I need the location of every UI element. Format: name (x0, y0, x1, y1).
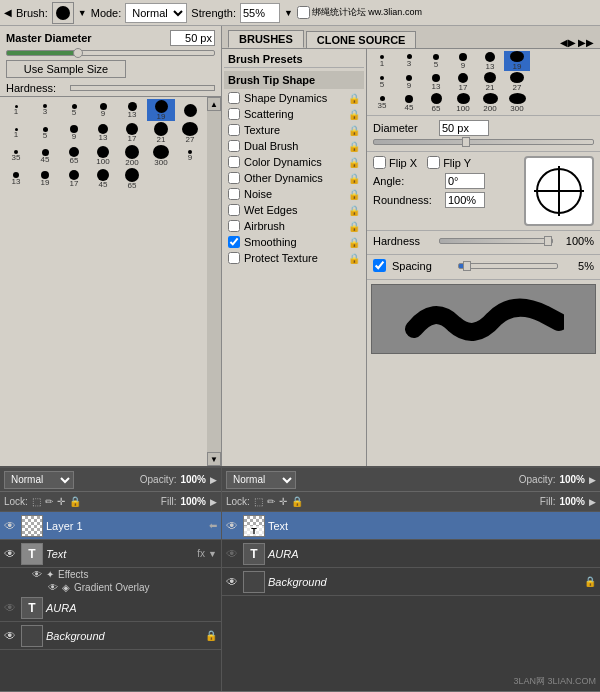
brush-cell[interactable]: 1 (2, 99, 30, 121)
eye-aura[interactable]: 👁 (4, 601, 18, 615)
preset-check[interactable] (228, 92, 240, 104)
right-layer-background[interactable]: 👁 Background 🔒 (222, 568, 600, 596)
preset-check[interactable] (228, 204, 240, 216)
scrollbar-track[interactable] (207, 111, 221, 452)
brush-cell[interactable]: 5 (31, 122, 59, 144)
preset-check[interactable] (228, 156, 240, 168)
lock-position-icon[interactable]: ✛ (57, 496, 65, 507)
spacing-checkbox[interactable] (373, 259, 386, 272)
mini-brush-cell[interactable]: 17 (450, 72, 476, 92)
effects-sub[interactable]: 👁 ✦ Effects (0, 568, 221, 581)
preset-item-noise[interactable]: Noise🔒 (224, 186, 364, 202)
brush-cell[interactable]: 13 (118, 99, 146, 121)
use-sample-size-btn[interactable]: Use Sample Size (6, 60, 126, 78)
right-lock-all[interactable]: 🔒 (291, 496, 303, 507)
mini-brush-cell[interactable]: 5 (369, 72, 395, 92)
mini-brush-cell[interactable]: 9 (396, 72, 422, 92)
lock-image-icon[interactable]: ✏ (45, 496, 53, 507)
brush-cell[interactable]: 13 (2, 168, 30, 190)
mini-brush-cell[interactable]: 19 (504, 51, 530, 71)
lock-all-icon[interactable]: 🔒 (69, 496, 81, 507)
preset-item-other-dynamics[interactable]: Other Dynamics🔒 (224, 170, 364, 186)
preset-check[interactable] (228, 140, 240, 152)
mini-brush-cell[interactable]: 3 (396, 51, 422, 71)
fill-arrow-right[interactable]: ▶ (589, 497, 596, 507)
roundness-input[interactable] (445, 192, 485, 208)
mini-brush-cell[interactable]: 35 (369, 93, 395, 113)
tab-clone-source[interactable]: CLONE SOURCE (306, 31, 417, 48)
flip-x-checkbox[interactable] (373, 156, 386, 169)
preset-item-texture[interactable]: Texture🔒 (224, 122, 364, 138)
mini-brush-cell[interactable]: 13 (423, 72, 449, 92)
lock-transparent-icon[interactable]: ⬚ (32, 496, 41, 507)
preset-check[interactable] (228, 124, 240, 136)
right-lock-image[interactable]: ✏ (267, 496, 275, 507)
preset-check[interactable] (228, 188, 240, 200)
flip-y-checkbox[interactable] (427, 156, 440, 169)
preset-item-smoothing[interactable]: Smoothing🔒 (224, 234, 364, 250)
brush-cell[interactable]: 27 (176, 122, 204, 144)
brush-cell[interactable]: 65 (118, 168, 146, 190)
brush-cell[interactable]: 13 (89, 122, 117, 144)
diameter-detail-slider[interactable] (373, 139, 594, 145)
diameter-slider[interactable] (6, 50, 215, 56)
brush-cell[interactable]: 5 (60, 99, 88, 121)
right-layer-text[interactable]: 👁 T Text (222, 512, 600, 540)
strength-input[interactable] (240, 3, 280, 23)
brush-cell[interactable]: 45 (89, 168, 117, 190)
hardness-detail-slider[interactable] (439, 238, 553, 244)
detail-diameter-input[interactable] (439, 120, 489, 136)
mini-brush-cell[interactable]: 200 (477, 93, 503, 113)
mini-brush-cell[interactable]: 45 (396, 93, 422, 113)
diameter-input[interactable] (170, 30, 215, 46)
left-mode-select[interactable]: Normal (4, 471, 74, 489)
eye-bg-left[interactable]: 👁 (4, 629, 18, 643)
scroll-down-arrow[interactable]: ▼ (207, 452, 221, 466)
brush-cell[interactable]: 9 (176, 145, 204, 167)
left-opacity-arrow[interactable]: ▶ (210, 475, 217, 485)
arrow-btn-left[interactable]: ◀ (4, 7, 12, 18)
eye-right-aura[interactable]: 👁 (226, 547, 240, 561)
brush-cell[interactable] (176, 99, 204, 121)
sample-all-check[interactable] (297, 6, 310, 19)
right-opacity-arrow[interactable]: ▶ (589, 475, 596, 485)
preset-check[interactable] (228, 172, 240, 184)
right-layer-aura[interactable]: 👁 T AURA (222, 540, 600, 568)
fx-arrow[interactable]: ▼ (208, 549, 217, 559)
fill-arrow-left[interactable]: ▶ (210, 497, 217, 507)
gradient-overlay-sub[interactable]: 👁 ◈ Gradient Overlay (0, 581, 221, 594)
preset-item-color-dynamics[interactable]: Color Dynamics🔒 (224, 154, 364, 170)
preset-item-wet-edges[interactable]: Wet Edges🔒 (224, 202, 364, 218)
preset-check[interactable] (228, 236, 240, 248)
arrow-layer1[interactable]: ⬅ (209, 520, 217, 531)
eye-gradient[interactable]: 👁 (48, 582, 58, 593)
layer-row-layer1[interactable]: 👁 Layer 1 ⬅ (0, 512, 221, 540)
mini-brush-cell[interactable]: 5 (423, 51, 449, 71)
strength-arrow[interactable]: ▼ (284, 8, 293, 18)
brush-cell[interactable]: 3 (31, 99, 59, 121)
brush-cell[interactable]: 17 (118, 122, 146, 144)
mini-brush-cell[interactable]: 13 (477, 51, 503, 71)
preset-item-protect-texture[interactable]: Protect Texture🔒 (224, 250, 364, 266)
layer-row-aura[interactable]: 👁 T AURA (0, 594, 221, 622)
brush-cell[interactable]: 300 (147, 145, 175, 167)
brush-cell[interactable]: 45 (31, 145, 59, 167)
eye-layer1[interactable]: 👁 (4, 519, 18, 533)
right-lock-transparent[interactable]: ⬚ (254, 496, 263, 507)
mini-brush-cell[interactable]: 1 (369, 51, 395, 71)
preset-item-shape-dynamics[interactable]: Shape Dynamics🔒 (224, 90, 364, 106)
layer-row-text[interactable]: 👁 T Text fx ▼ (0, 540, 221, 568)
mini-brush-cell[interactable]: 100 (450, 93, 476, 113)
eye-effects[interactable]: 👁 (32, 569, 42, 580)
mini-brush-cell[interactable]: 9 (450, 51, 476, 71)
brush-cell[interactable]: 65 (60, 145, 88, 167)
eye-right-text[interactable]: 👁 (226, 519, 240, 533)
spacing-slider[interactable] (458, 263, 558, 269)
right-lock-position[interactable]: ✛ (279, 496, 287, 507)
brush-cell[interactable]: 21 (147, 122, 175, 144)
brush-preview[interactable] (52, 2, 74, 24)
angle-input[interactable] (445, 173, 485, 189)
hardness-slider[interactable] (70, 85, 215, 91)
brush-cell[interactable]: 35 (2, 145, 30, 167)
preset-check[interactable] (228, 252, 240, 264)
